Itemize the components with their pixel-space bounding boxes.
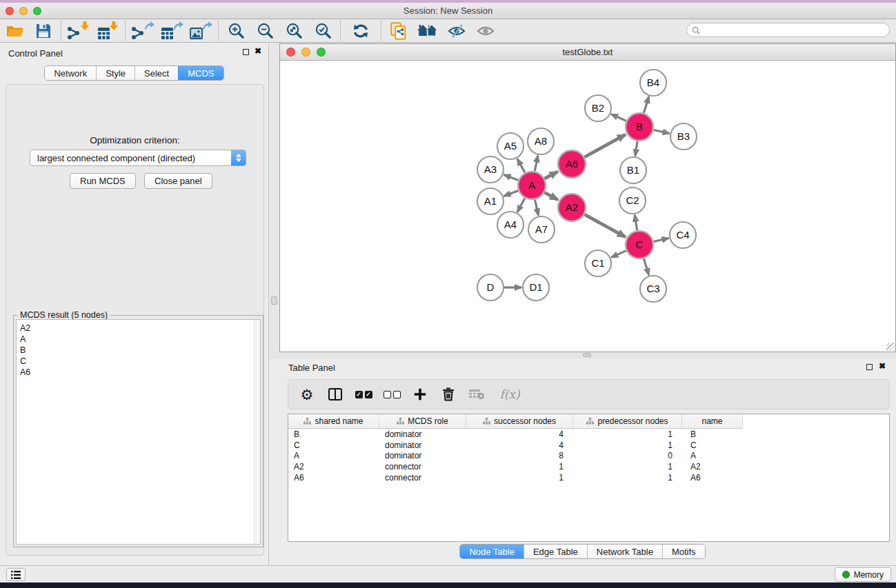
graph-node-A[interactable]: A xyxy=(518,172,546,199)
column-header-successor-nodes[interactable]: successor nodes xyxy=(466,414,573,429)
deselect-all-icon[interactable] xyxy=(383,385,401,403)
refresh-icon[interactable] xyxy=(344,21,378,41)
table-cell[interactable]: A2 xyxy=(288,462,379,472)
graph-edge-B-B3[interactable] xyxy=(654,130,670,133)
table-cell[interactable]: 1 xyxy=(573,473,682,483)
network-graph[interactable]: B4B2BB3B1A5A8A6A3AA1A2A4A7C2C4CC1C3DD1 xyxy=(280,61,895,352)
table-cell[interactable]: 1 xyxy=(573,429,682,439)
home-icon[interactable] xyxy=(413,21,442,41)
tab-node-table[interactable]: Node Table xyxy=(460,545,524,558)
zoom-out-icon[interactable] xyxy=(250,21,279,41)
save-session-icon[interactable] xyxy=(29,21,58,41)
float-table-panel-icon[interactable] xyxy=(866,364,873,370)
import-table-icon[interactable] xyxy=(93,21,122,41)
mcds-result-item[interactable]: A2 xyxy=(17,323,260,334)
network-canvas[interactable]: B4B2BB3B1A5A8A6A3AA1A2A4A7C2C4CC1C3DD1 xyxy=(280,61,895,352)
zoom-selected-icon[interactable] xyxy=(308,21,337,41)
memory-button[interactable]: Memory xyxy=(835,567,891,582)
graph-node-C1[interactable]: C1 xyxy=(585,250,611,276)
graph-edge-C-C1[interactable] xyxy=(611,251,626,258)
mcds-result-item[interactable]: A6 xyxy=(17,367,260,378)
network-window-titlebar[interactable]: testGlobe.txt xyxy=(280,44,895,61)
graph-node-A4[interactable]: A4 xyxy=(497,212,524,238)
search-input[interactable] xyxy=(703,25,889,36)
table-cell[interactable]: A6 xyxy=(682,473,743,483)
column-header-name[interactable]: name xyxy=(682,414,743,429)
graph-edge-A-A2[interactable] xyxy=(544,192,557,200)
table-cell[interactable]: dominator xyxy=(379,429,466,439)
graph-node-A2[interactable]: A2 xyxy=(558,194,586,221)
graph-edge-B-B1[interactable] xyxy=(635,141,637,156)
close-panel-icon[interactable]: ✖ xyxy=(255,46,261,56)
table-cell[interactable]: connector xyxy=(379,462,466,472)
table-cell[interactable]: 0 xyxy=(573,451,682,460)
graph-node-A8[interactable]: A8 xyxy=(528,128,554,154)
table-cell[interactable]: B xyxy=(682,429,743,439)
mcds-result-item[interactable]: C xyxy=(17,356,260,367)
close-table-panel-icon[interactable]: ✖ xyxy=(879,361,886,371)
table-cell[interactable]: dominator xyxy=(379,440,466,450)
table-cell[interactable]: A xyxy=(288,451,379,460)
window-resize-grip[interactable] xyxy=(886,343,895,351)
table-cell[interactable]: C xyxy=(682,440,743,450)
tab-select[interactable]: Select xyxy=(135,66,178,80)
show-all-icon[interactable] xyxy=(471,21,500,41)
graph-edge-A6-B[interactable] xyxy=(584,134,625,157)
delete-column-icon[interactable] xyxy=(439,385,457,403)
graph-edge-A-A5[interactable] xyxy=(517,159,525,172)
clone-network-icon[interactable] xyxy=(384,21,413,41)
list-scrollbar[interactable] xyxy=(254,320,260,544)
tab-style[interactable]: Style xyxy=(96,66,135,80)
column-header-mcds-role[interactable]: MCDS role xyxy=(379,414,466,429)
table-cell[interactable]: connector xyxy=(379,473,466,483)
task-history-button[interactable] xyxy=(6,568,26,581)
table-cell[interactable]: A2 xyxy=(682,462,743,472)
table-cell[interactable]: 1 xyxy=(573,462,682,472)
graph-edge-A-A7[interactable] xyxy=(535,200,538,216)
table-cell[interactable]: 4 xyxy=(466,440,573,450)
graph-node-A6[interactable]: A6 xyxy=(558,150,586,178)
graph-node-D[interactable]: D xyxy=(477,274,504,301)
horizontal-splitter[interactable] xyxy=(269,352,896,358)
graph-node-D1[interactable]: D1 xyxy=(523,274,549,301)
table-cell[interactable]: dominator xyxy=(379,451,466,460)
graph-node-C[interactable]: C xyxy=(626,231,653,258)
graph-edge-A2-C[interactable] xyxy=(584,214,625,237)
table-cell[interactable]: 1 xyxy=(466,473,573,483)
table-cell[interactable]: 1 xyxy=(466,462,573,472)
column-header-shared-name[interactable]: shared name xyxy=(288,414,379,429)
table-cell[interactable]: A xyxy=(682,451,743,460)
table-row[interactable]: A2connector11A2 xyxy=(288,461,889,472)
open-session-icon[interactable] xyxy=(0,21,29,41)
graph-node-C3[interactable]: C3 xyxy=(640,276,666,302)
graph-edge-A-A8[interactable] xyxy=(535,156,538,172)
graph-node-C4[interactable]: C4 xyxy=(670,222,696,248)
graph-edge-C-C2[interactable] xyxy=(635,215,637,231)
table-cell[interactable]: 8 xyxy=(466,451,573,460)
optimization-criterion-select[interactable]: largest connected component (directed) xyxy=(30,150,246,166)
table-row[interactable]: Bdominator41B xyxy=(288,429,889,440)
graph-node-B1[interactable]: B1 xyxy=(620,157,646,183)
graph-node-B[interactable]: B xyxy=(626,113,653,141)
delete-table-icon[interactable] xyxy=(468,385,486,403)
graph-node-A7[interactable]: A7 xyxy=(528,216,555,243)
zoom-in-icon[interactable] xyxy=(221,21,250,41)
graph-node-B3[interactable]: B3 xyxy=(670,123,697,150)
graph-edge-A-A1[interactable] xyxy=(504,191,519,196)
export-image-icon[interactable] xyxy=(186,21,215,41)
graph-node-C2[interactable]: C2 xyxy=(619,187,646,214)
select-all-icon[interactable]: ✓✓ xyxy=(355,385,372,403)
graph-node-B2[interactable]: B2 xyxy=(585,95,611,121)
graph-edge-A-A4[interactable] xyxy=(517,198,525,212)
graph-node-A3[interactable]: A3 xyxy=(477,156,504,183)
float-panel-icon[interactable] xyxy=(243,49,249,55)
search-box[interactable] xyxy=(686,23,890,37)
graph-edge-B-B4[interactable] xyxy=(644,97,648,113)
graph-edge-C-C4[interactable] xyxy=(653,239,668,242)
table-row[interactable]: Adominator80A xyxy=(288,451,889,462)
run-mcds-button[interactable]: Run MCDS xyxy=(70,173,136,189)
import-network-icon[interactable] xyxy=(64,21,93,41)
graph-node-B4[interactable]: B4 xyxy=(640,70,666,96)
mcds-result-item[interactable]: A xyxy=(17,334,260,345)
mcds-result-item[interactable]: B xyxy=(17,345,260,356)
